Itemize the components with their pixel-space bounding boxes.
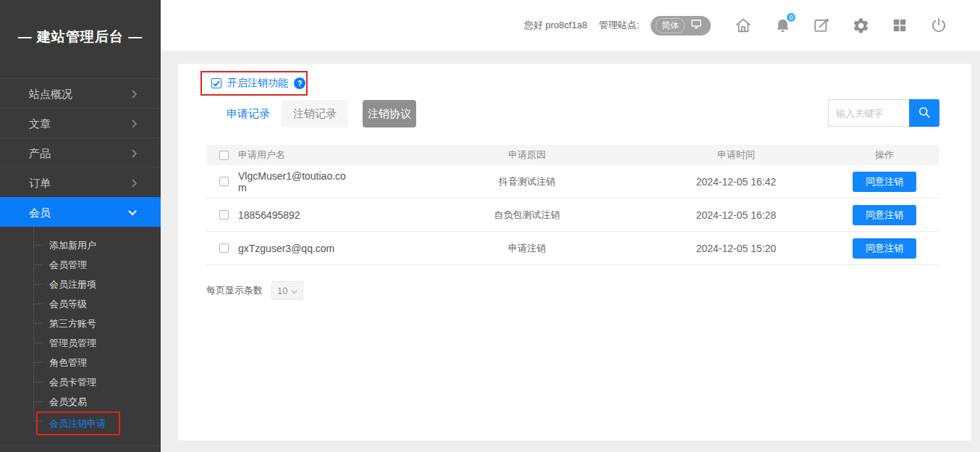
submenu-label: 会员等级 [49, 298, 87, 309]
table-row: 18856495892 自负包测试注销 2024-12-05 16:28 同意注… [206, 198, 939, 232]
home-icon[interactable] [734, 16, 753, 35]
submenu-item-registration-fields[interactable]: 会员注册项 [0, 275, 161, 294]
members-submenu: 添加新用户 会员管理 会员注册项 会员等级 第三方账号 管理员管理 角色管理 会… [0, 227, 161, 441]
tab-cancellation-records[interactable]: 注销记录 [282, 100, 348, 127]
sidebar-item-orders[interactable]: 订单 [0, 167, 161, 197]
submenu-label: 会员交易 [49, 396, 87, 407]
display-icon [690, 17, 703, 33]
agree-cancellation-button[interactable]: 同意注销 [853, 238, 916, 259]
sidebar-item-label: 文章 [29, 117, 51, 130]
chevron-right-icon [131, 79, 138, 109]
select-all-checkbox[interactable] [219, 151, 229, 160]
row-checkbox[interactable] [219, 243, 229, 253]
sidebar-menu: 站点概况 文章 产品 订单 会员 [0, 78, 161, 452]
chevron-down-icon [291, 285, 297, 296]
help-icon[interactable]: ? [294, 78, 305, 89]
search-input[interactable] [828, 99, 909, 127]
col-header-operation: 操作 [830, 148, 939, 162]
cell-reason: 申请注销 [412, 242, 642, 255]
submenu-item-add-user[interactable]: 添加新用户 [0, 235, 161, 255]
content-panel: 开启注销功能 ? 申请记录 注销记录 注销协议 申请用户名 申请原因 申请时间 … [178, 64, 971, 440]
user-greeting: 您好 pro8cf1a8 [524, 19, 587, 32]
chevron-right-icon [131, 138, 138, 168]
submenu-item-member-cancellation[interactable]: 会员注销申请 [0, 411, 161, 435]
tab-application-records[interactable]: 申请记录 [215, 100, 282, 127]
language-label: 简体 [656, 18, 685, 33]
cell-username: gxTzguser3@qq.com [238, 243, 334, 254]
cell-time: 2024-12-05 16:42 [642, 176, 830, 188]
page-size-select[interactable]: 10 [271, 281, 303, 300]
search-bar [828, 99, 939, 127]
search-button[interactable] [909, 99, 939, 127]
cell-username: 18856495892 [238, 209, 300, 221]
power-icon[interactable] [929, 16, 948, 35]
gear-icon[interactable] [851, 16, 870, 35]
sidebar-item-distribution[interactable]: 分销 [0, 445, 161, 452]
notification-badge: 0 [785, 12, 797, 23]
top-header: 您好 pro8cf1a8 管理站点: 简体 0 [161, 0, 980, 51]
submenu-label: 会员注销申请 [49, 418, 106, 429]
sidebar: — 建站管理后台 — 站点概况 文章 产品 订单 会员 [0, 0, 161, 452]
bell-icon[interactable]: 0 [773, 16, 792, 35]
cell-reason: 抖音测试注销 [412, 175, 642, 188]
chevron-right-icon [131, 446, 138, 452]
submenu-item-member-management[interactable]: 会员管理 [0, 255, 161, 275]
table-header-row: 申请用户名 申请原因 申请时间 操作 [206, 145, 939, 165]
cell-time: 2024-12-05 15:20 [642, 243, 830, 254]
sidebar-item-label: 站点概况 [29, 88, 72, 100]
table-row: VlgcMuser1@toutiao.com 抖音测试注销 2024-12-05… [206, 165, 939, 198]
sidebar-item-products[interactable]: 产品 [0, 138, 161, 167]
submenu-item-member-transactions[interactable]: 会员交易 [0, 392, 161, 411]
submenu-label: 会员注册项 [49, 279, 96, 290]
submenu-label: 添加新用户 [49, 240, 96, 251]
submenu-item-third-party-accounts[interactable]: 第三方账号 [0, 314, 161, 333]
page-size-value: 10 [277, 285, 287, 296]
tab-cancellation-agreement[interactable]: 注销协议 [363, 100, 416, 127]
chevron-right-icon [131, 168, 138, 198]
apps-grid-icon[interactable] [890, 16, 909, 35]
enable-cancellation-label: 开启注销功能 [227, 77, 288, 90]
cell-username: VlgcMuser1@toutiao.com [238, 170, 347, 193]
agree-cancellation-button[interactable]: 同意注销 [853, 172, 916, 192]
agree-cancellation-button[interactable]: 同意注销 [853, 205, 916, 225]
submenu-label: 第三方账号 [49, 318, 96, 329]
sidebar-item-articles[interactable]: 文章 [0, 108, 161, 138]
table-row: gxTzguser3@qq.com 申请注销 2024-12-05 15:20 … [206, 232, 939, 265]
col-header-username: 申请用户名 [238, 148, 412, 162]
sidebar-item-label: 会员 [29, 206, 51, 219]
submenu-item-role-management[interactable]: 角色管理 [0, 353, 161, 372]
sidebar-item-site-overview[interactable]: 站点概况 [0, 78, 161, 108]
pagination: 每页显示条数 10 [206, 281, 303, 300]
submenu-label: 会员卡管理 [49, 377, 96, 388]
search-icon [917, 105, 932, 122]
cell-time: 2024-12-05 16:28 [642, 209, 830, 221]
submenu-label: 管理员管理 [49, 338, 96, 348]
col-header-reason: 申请原因 [412, 148, 642, 162]
app-title: — 建站管理后台 — [0, 0, 161, 46]
enable-cancellation-checkbox[interactable] [211, 78, 221, 88]
sidebar-item-label: 产品 [29, 147, 51, 159]
applications-table: 申请用户名 申请原因 申请时间 操作 VlgcMuser1@toutiao.co… [206, 145, 939, 265]
cell-reason: 自负包测试注销 [412, 209, 642, 222]
row-checkbox[interactable] [219, 210, 229, 219]
sidebar-item-label: 订单 [29, 177, 51, 189]
tab-bar: 申请记录 注销记录 注销协议 [215, 100, 416, 127]
submenu-item-admin-management[interactable]: 管理员管理 [0, 333, 161, 353]
cancellation-toggle-group: 开启注销功能 ? [200, 71, 308, 96]
chevron-down-icon [127, 198, 138, 227]
chevron-right-icon [131, 109, 138, 138]
submenu-item-member-levels[interactable]: 会员等级 [0, 294, 161, 314]
manage-site-label: 管理站点: [599, 19, 639, 32]
submenu-item-member-cards[interactable]: 会员卡管理 [0, 372, 161, 392]
row-checkbox[interactable] [219, 177, 229, 186]
submenu-label: 角色管理 [49, 357, 87, 368]
page-size-label: 每页显示条数 [206, 284, 263, 297]
language-site-switch[interactable]: 简体 [651, 16, 711, 35]
submenu-label: 会员管理 [49, 259, 87, 270]
sidebar-item-members[interactable]: 会员 [0, 197, 161, 227]
col-header-time: 申请时间 [642, 148, 830, 162]
edit-icon[interactable] [812, 16, 831, 35]
